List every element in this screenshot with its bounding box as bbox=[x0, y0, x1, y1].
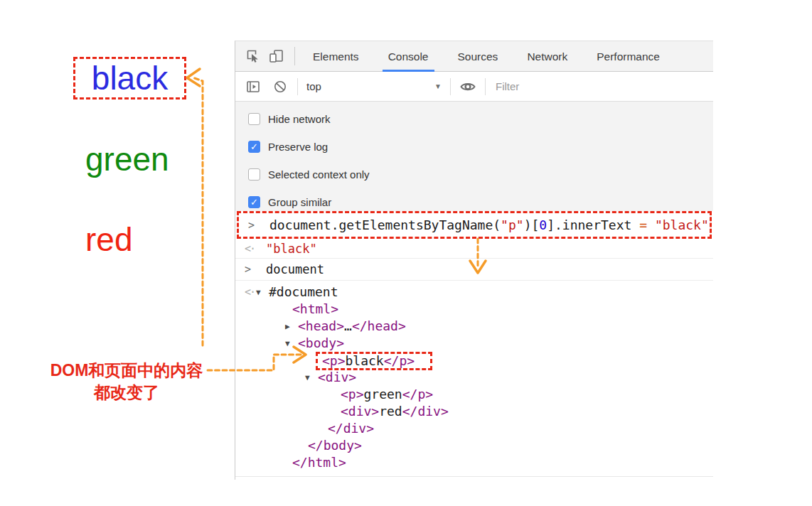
returned-value-icon: <· bbox=[235, 242, 266, 255]
toolbar-divider bbox=[485, 78, 486, 95]
tab-performance[interactable]: Performance bbox=[597, 41, 660, 72]
execution-context-value: top bbox=[306, 80, 321, 92]
code-segment: <html> bbox=[292, 301, 338, 316]
setting-preserve-log[interactable]: ✓Preserve log bbox=[235, 133, 713, 161]
setting-label: Hide network bbox=[268, 113, 331, 125]
console-command-row: > document.getElementsByTagName("p")[0].… bbox=[239, 217, 710, 232]
console-expression-row[interactable]: > document bbox=[235, 259, 713, 281]
page-text-green: green bbox=[85, 143, 169, 176]
console-sidebar-icon[interactable] bbox=[245, 78, 262, 95]
dom-tree-row: </div> bbox=[235, 420, 713, 437]
code-segment: </html> bbox=[292, 455, 346, 470]
expand-chevron-icon[interactable]: > bbox=[235, 263, 266, 276]
dom-tree-row: ▶<head>…</head> bbox=[235, 318, 713, 335]
code-segment: "p" bbox=[501, 217, 524, 232]
tab-console[interactable]: Console bbox=[388, 41, 429, 72]
device-toolbar-icon[interactable] bbox=[268, 48, 285, 65]
dom-tree-row: <·▼#document bbox=[235, 284, 713, 301]
code-segment: </body> bbox=[308, 438, 362, 453]
console-command-code: document.getElementsByTagName("p")[0].in… bbox=[269, 217, 709, 232]
code-segment: </div> bbox=[402, 404, 449, 419]
toolbar-divider bbox=[450, 78, 451, 95]
arrowhead-left-icon bbox=[187, 69, 200, 86]
console-settings: Hide network✓Preserve logSelected contex… bbox=[235, 102, 713, 211]
prompt-icon: > bbox=[239, 219, 269, 232]
arrow-to-page-black bbox=[193, 77, 203, 345]
console-expression-value: document bbox=[266, 262, 324, 276]
dom-tree-row: </body> bbox=[235, 437, 713, 454]
setting-label: Preserve log bbox=[268, 141, 328, 153]
inspect-icon[interactable] bbox=[245, 48, 262, 65]
highlight-box-dom-node: <p>black</p> bbox=[316, 352, 432, 370]
code-segment: )[ bbox=[524, 217, 540, 232]
code-segment: <p> bbox=[322, 353, 346, 368]
devtools-tabs: ElementsConsoleSourcesNetworkPerformance bbox=[313, 41, 689, 72]
highlight-box-command: > document.getElementsByTagName("p")[0].… bbox=[237, 211, 712, 239]
tab-network[interactable]: Network bbox=[527, 41, 567, 72]
returned-value-icon: <· bbox=[245, 284, 255, 301]
tab-elements[interactable]: Elements bbox=[313, 41, 359, 72]
page-text-black: black bbox=[92, 62, 168, 95]
clear-console-icon[interactable] bbox=[272, 78, 289, 95]
code-segment: "black" bbox=[655, 217, 709, 232]
annotation-dom-changed-line1: DOM和页面中的内容 bbox=[44, 360, 209, 382]
triangle-right-icon[interactable]: ▶ bbox=[285, 318, 298, 335]
dom-tree-row: ▼<body> bbox=[235, 335, 713, 352]
devtools-tabbar: ElementsConsoleSourcesNetworkPerformance bbox=[235, 41, 713, 72]
toolbar-divider bbox=[297, 78, 298, 95]
code-segment: … bbox=[344, 318, 352, 333]
tab-sources[interactable]: Sources bbox=[458, 41, 498, 72]
checkbox-checked-icon[interactable]: ✓ bbox=[248, 141, 260, 153]
triangle-down-icon[interactable]: ▼ bbox=[256, 284, 269, 301]
setting-hide-network[interactable]: Hide network bbox=[235, 105, 713, 133]
dom-tree-row: ▼<div> bbox=[235, 369, 713, 386]
code-segment: 0 bbox=[539, 217, 547, 232]
execution-context-dropdown[interactable]: top ▼ bbox=[306, 80, 442, 92]
checkbox-checked-icon[interactable]: ✓ bbox=[248, 196, 260, 208]
code-segment: ].innerText bbox=[547, 217, 639, 232]
dom-tree-row: </html> bbox=[235, 454, 713, 471]
code-segment: black bbox=[346, 353, 384, 368]
code-segment: <p> bbox=[341, 387, 364, 402]
dom-tree-row: <html> bbox=[235, 301, 713, 318]
checkbox-unchecked-icon[interactable] bbox=[248, 168, 260, 181]
eye-icon[interactable] bbox=[459, 78, 476, 95]
console-divider bbox=[235, 476, 713, 477]
highlight-box-page-black: black bbox=[73, 57, 186, 99]
setting-label: Selected context only bbox=[268, 168, 370, 181]
setting-selected-context-only[interactable]: Selected context only bbox=[235, 161, 713, 188]
code-segment: #document bbox=[269, 284, 338, 299]
page-text-red: red bbox=[85, 223, 132, 256]
console-result-row: <· "black" bbox=[235, 239, 713, 259]
triangle-down-icon[interactable]: ▼ bbox=[305, 370, 318, 387]
code-segment: </div> bbox=[328, 421, 374, 436]
code-segment: document.getElementsByTagName( bbox=[269, 217, 501, 232]
code-segment: </p> bbox=[384, 353, 415, 368]
annotation-dom-changed-line2: 都改变了 bbox=[44, 382, 209, 404]
code-segment: <head> bbox=[298, 318, 344, 333]
screenshot-canvas: black green red 执行修改DOM内容的JavaScript脚本 D… bbox=[0, 0, 812, 506]
console-result-value: "black" bbox=[266, 242, 317, 256]
console-toolbar: top ▼ bbox=[235, 72, 713, 102]
dom-tree-row: <p>green</p> bbox=[235, 386, 713, 403]
setting-label: Group similar bbox=[268, 196, 331, 208]
triangle-down-icon[interactable]: ▼ bbox=[285, 335, 298, 352]
code-segment: red bbox=[379, 404, 402, 419]
chevron-down-icon: ▼ bbox=[434, 82, 442, 90]
code-segment: <body> bbox=[298, 335, 344, 350]
toolbar-divider bbox=[294, 47, 295, 65]
dom-tree-row: <div>red</div> bbox=[235, 403, 713, 420]
dom-tree-row: <p>black</p> bbox=[235, 352, 713, 369]
devtools-panel: ElementsConsoleSourcesNetworkPerformance… bbox=[235, 41, 713, 480]
code-segment: </head> bbox=[352, 318, 406, 333]
filter-input[interactable] bbox=[494, 80, 713, 93]
code-segment: <div> bbox=[341, 404, 379, 419]
code-segment: </p> bbox=[402, 387, 433, 402]
dom-tree: <·▼#document<html>▶<head>…</head>▼<body>… bbox=[235, 281, 713, 471]
code-segment: green bbox=[364, 387, 402, 402]
checkbox-unchecked-icon[interactable] bbox=[248, 113, 260, 125]
annotation-dom-changed: DOM和页面中的内容 都改变了 bbox=[44, 360, 209, 404]
code-segment: <div> bbox=[318, 370, 356, 384]
code-segment: = bbox=[639, 217, 655, 232]
